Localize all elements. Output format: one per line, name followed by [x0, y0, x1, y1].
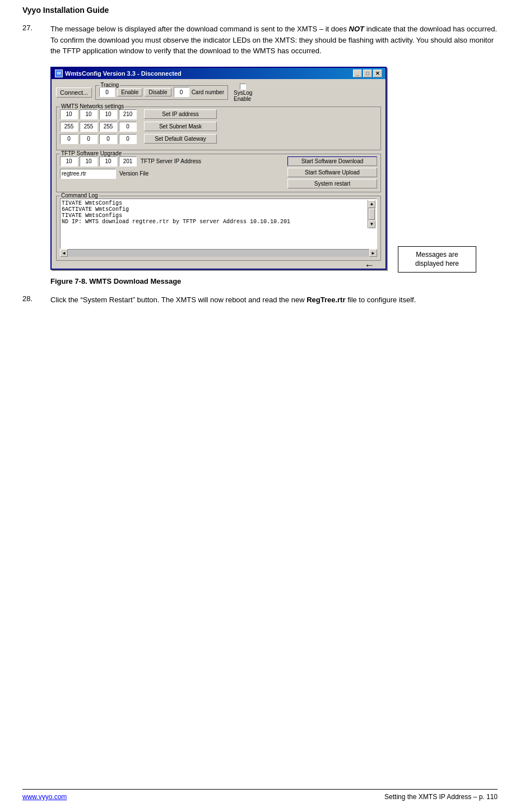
tftp-ip-row: TFTP Server IP Address	[60, 156, 285, 167]
log-line-1: TIVATE WmtsConfigs	[62, 200, 368, 206]
version-file-label: Version File	[119, 170, 148, 177]
set-subnet-button[interactable]: Set Subnet Mask	[144, 122, 217, 131]
callout-container: ← Messages are displayed here	[398, 246, 476, 273]
ip1-f4[interactable]	[119, 109, 137, 119]
callout-box: Messages are displayed here	[398, 246, 476, 273]
disable-button[interactable]: Disable	[145, 88, 171, 96]
horizontal-scrollbar[interactable]: ◄ ►	[60, 249, 377, 257]
item28-text2: file to configure itself.	[346, 296, 416, 304]
dialog-wrapper: W WmtsConfig Version 3.3 - Disconnected …	[50, 67, 498, 273]
ip-row-1: Set IP address	[60, 109, 377, 119]
vertical-scrollbar[interactable]: ▲ ▼	[368, 200, 375, 228]
maximize-button[interactable]: □	[363, 70, 372, 77]
ip2-f2[interactable]	[80, 122, 97, 132]
card-number-input[interactable]	[174, 87, 189, 97]
hscroll-right-button[interactable]: ►	[369, 249, 377, 257]
tftp-left: TFTP Server IP Address Version File	[60, 156, 285, 179]
log-line-4: ND IP: WMTS download regtree.rtr by TFTP…	[62, 219, 368, 225]
command-log-container: TIVATE WmtsConfigs 6ACTIVATE WmtsConfig …	[60, 199, 377, 257]
figure-caption: Figure 7-8. WMTS Download Message	[50, 277, 498, 285]
ip2-f3[interactable]	[99, 122, 117, 132]
start-download-button[interactable]: Start Software Download	[287, 156, 377, 166]
item-text-28: Click the “System Restart” button. The X…	[50, 294, 416, 306]
ip2-f1[interactable]	[60, 122, 78, 132]
tftp-ip-f4[interactable]	[119, 156, 137, 167]
syslog-label: SysLog Enable	[234, 90, 252, 102]
tftp-group: TFTP Software Upgrade TFTP Server IP Add…	[56, 154, 381, 192]
hscroll-track	[68, 250, 369, 257]
ip3-f2[interactable]	[80, 134, 97, 144]
footer-right-text: Setting the XMTS IP Address – p. 110	[384, 793, 498, 801]
ip1-f3[interactable]	[99, 109, 117, 119]
item-number-27: 27.	[22, 24, 50, 57]
item28-text: Click the “System Restart” button. The X…	[50, 296, 307, 304]
item-text-27: The message below is displayed after the…	[50, 24, 498, 57]
tftp-right-buttons: Start Software Download Start Software U…	[287, 156, 377, 188]
footer-link[interactable]: www.vyyo.com	[22, 793, 67, 801]
win-title-left: W WmtsConfig Version 3.3 - Disconnected	[55, 70, 182, 77]
item27-text-part1: The message below is displayed after the…	[50, 25, 349, 33]
command-log-text: TIVATE WmtsConfigs 6ACTIVATE WmtsConfig …	[62, 200, 368, 228]
item28-bold: RegTree.rtr	[307, 296, 345, 304]
scroll-thumb[interactable]	[369, 209, 375, 220]
set-ip-button[interactable]: Set IP address	[144, 109, 217, 119]
syslog-checkbox[interactable]	[240, 84, 246, 90]
command-log-label: Command Log	[60, 192, 99, 199]
scroll-down-button[interactable]: ▼	[368, 220, 375, 228]
scroll-up-button[interactable]: ▲	[368, 200, 375, 208]
wmts-networks-group: WMTS Networks settings Set IP address	[56, 107, 381, 150]
command-log-area: TIVATE WmtsConfigs 6ACTIVATE WmtsConfig …	[60, 199, 377, 249]
tftp-ip-f2[interactable]	[80, 156, 97, 167]
section-content: 27. The message below is displayed after…	[22, 24, 498, 789]
arrow-icon: ←	[364, 260, 374, 271]
version-file-input[interactable]	[60, 169, 116, 179]
win-titlebar: W WmtsConfig Version 3.3 - Disconnected …	[52, 68, 386, 79]
minimize-button[interactable]: _	[353, 70, 362, 77]
ip1-f1[interactable]	[60, 109, 78, 119]
dialog-title: WmtsConfig Version 3.3 - Disconnected	[65, 70, 182, 77]
ip-row-3: Set Default Gateway	[60, 134, 377, 144]
page-container: Vyyo Installation Guide 27. The message …	[0, 0, 520, 812]
tftp-group-label: TFTP Software Upgrade	[60, 150, 123, 156]
version-row: Version File	[60, 169, 285, 179]
syslog-group: SysLog Enable	[234, 84, 252, 102]
item27-not: NOT	[349, 25, 364, 33]
hscroll-left-button[interactable]: ◄	[60, 249, 68, 257]
connect-button[interactable]: Connect...	[56, 87, 92, 98]
command-log-group: Command Log TIVATE WmtsConfigs 6ACTIVATE…	[56, 196, 381, 261]
page-footer: www.vyyo.com Setting the XMTS IP Address…	[22, 789, 498, 801]
tracing-group: Tracing Enable Disable Card number	[95, 85, 228, 100]
scroll-track	[368, 208, 375, 220]
tftp-ip-f3[interactable]	[99, 156, 117, 167]
ip3-f1[interactable]	[60, 134, 78, 144]
tftp-ip-f1[interactable]	[60, 156, 78, 167]
numbered-item-27: 27. The message below is displayed after…	[22, 24, 498, 57]
page-title: Vyyo Installation Guide	[22, 6, 109, 15]
tracing-input[interactable]	[99, 87, 115, 97]
ip2-f4[interactable]	[119, 122, 137, 132]
tftp-ip-label: TFTP Server IP Address	[141, 158, 201, 164]
ip3-f3[interactable]	[99, 134, 117, 144]
tracing-label: Tracing	[99, 82, 120, 88]
syslog-checkbox-row	[240, 84, 246, 90]
enable-button[interactable]: Enable	[117, 88, 142, 96]
close-button[interactable]: ✕	[373, 70, 382, 77]
win-toolbar: Connect... Tracing Enable Disable Card n…	[56, 84, 381, 102]
log-line-3: TIVATE WmtsConfigs	[62, 213, 368, 219]
system-restart-button[interactable]: System restart	[287, 179, 377, 188]
app-icon: W	[55, 70, 63, 77]
ip1-f2[interactable]	[80, 109, 97, 119]
command-log-inner: TIVATE WmtsConfigs 6ACTIVATE WmtsConfig …	[62, 200, 375, 228]
callout-arrow: ←	[364, 260, 374, 271]
win-controls[interactable]: _ □ ✕	[353, 70, 382, 77]
numbered-item-28: 28. Click the “System Restart” button. T…	[22, 294, 498, 306]
log-line-2: 6ACTIVATE WmtsConfig	[62, 206, 368, 213]
win-body: Connect... Tracing Enable Disable Card n…	[52, 79, 386, 269]
item-number-28: 28.	[22, 294, 50, 306]
ip-row-2: Set Subnet Mask	[60, 122, 377, 132]
start-upload-button[interactable]: Start Software Upload	[287, 168, 377, 177]
ip3-f4[interactable]	[119, 134, 137, 144]
wmts-group-label: WMTS Networks settings	[60, 103, 125, 109]
callout-text: Messages are displayed here	[415, 251, 459, 268]
set-gateway-button[interactable]: Set Default Gateway	[144, 134, 217, 144]
